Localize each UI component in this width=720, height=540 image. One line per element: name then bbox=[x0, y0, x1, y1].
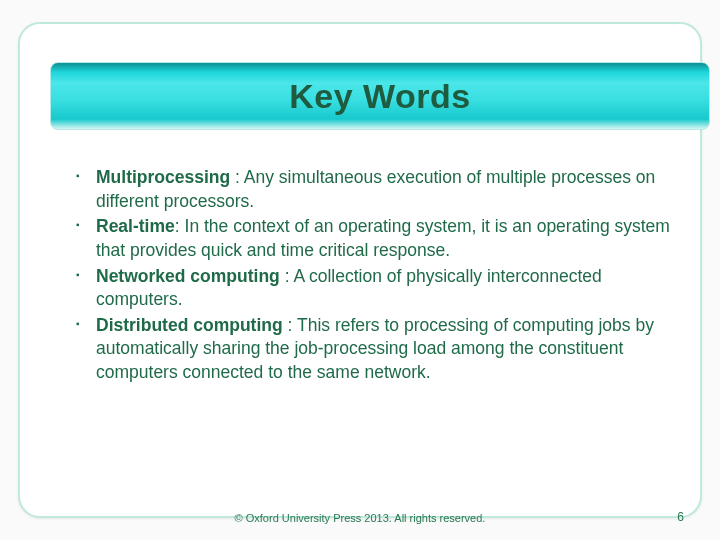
footer-copyright: © Oxford University Press 2013. All righ… bbox=[0, 512, 720, 524]
page-number: 6 bbox=[677, 510, 684, 524]
term: Distributed computing bbox=[96, 315, 288, 335]
list-item: Distributed computing : This refers to p… bbox=[76, 314, 690, 385]
sep: : bbox=[235, 167, 244, 187]
content-area: Multiprocessing : Any simultaneous execu… bbox=[76, 166, 690, 387]
slide-title: Key Words bbox=[289, 77, 470, 116]
title-bar: Key Words bbox=[50, 62, 710, 130]
list-item: Networked computing : A collection of ph… bbox=[76, 265, 690, 312]
sep: : bbox=[175, 216, 185, 236]
term: Real-time bbox=[96, 216, 175, 236]
sep: : bbox=[288, 315, 297, 335]
list-item: Multiprocessing : Any simultaneous execu… bbox=[76, 166, 690, 213]
term: Networked computing bbox=[96, 266, 285, 286]
list-item: Real-time: In the context of an operatin… bbox=[76, 215, 690, 262]
term: Multiprocessing bbox=[96, 167, 235, 187]
keyword-list: Multiprocessing : Any simultaneous execu… bbox=[76, 166, 690, 385]
slide-card: Key Words Multiprocessing : Any simultan… bbox=[18, 22, 702, 518]
